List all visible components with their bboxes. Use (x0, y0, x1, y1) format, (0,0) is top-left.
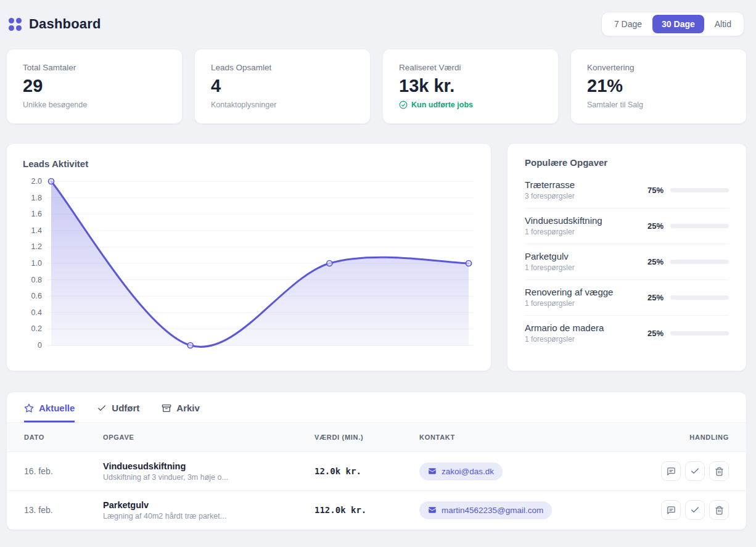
stat-card: Konvertering 21% Samtaler til Salg (570, 49, 747, 124)
popular-task-count: 1 forespørgsler (525, 335, 604, 343)
table-row: 16. feb. Vinduesudskiftning Udskiftning … (7, 452, 746, 491)
column-header: VÆRDI (MIN.) (314, 434, 419, 441)
contact-email-text: martin4562235@gmail.com (442, 506, 543, 515)
check-icon (97, 403, 107, 413)
popular-task-info: Parketgulv 1 forespørgsler (525, 251, 575, 272)
trash-icon (715, 467, 724, 476)
svg-text:0: 0 (38, 341, 42, 350)
stat-label: Leads Opsamlet (211, 63, 354, 72)
popular-task-stats: 75% (644, 186, 729, 195)
complete-button[interactable] (685, 461, 705, 481)
comment-button[interactable] (661, 461, 681, 481)
svg-text:0.2: 0.2 (31, 324, 42, 333)
stat-value: 4 (211, 76, 354, 96)
tab-arkiv[interactable]: Arkiv (162, 403, 200, 422)
row-value: 12.0k kr. (314, 466, 419, 476)
envelope-icon (428, 467, 437, 475)
complete-button[interactable] (685, 500, 705, 520)
stat-card: Realiseret Værdi 13k kr. Kun udførte job… (382, 49, 559, 124)
stat-sub: Kontaktoplysninger (211, 101, 354, 109)
svg-text:2.0: 2.0 (31, 177, 42, 186)
popular-task-percent: 25% (644, 221, 664, 231)
svg-text:1.2: 1.2 (31, 242, 42, 251)
row-task: Vinduesudskiftning Udskiftning af 3 vind… (103, 461, 314, 482)
stat-sub-text: Unikke besøgende (23, 101, 87, 109)
trash-icon (715, 506, 724, 515)
popular-task-stats: 25% (644, 293, 729, 302)
row-task-name: Vinduesudskiftning (103, 461, 314, 471)
contact-email-pill[interactable]: martin4562235@gmail.com (419, 501, 552, 519)
stat-label: Realiseret Værdi (399, 63, 542, 72)
row-date: 13. feb. (24, 505, 103, 515)
progress-bar (670, 260, 729, 264)
popular-tasks-title: Populære Opgaver (525, 157, 729, 168)
stat-sub-text: Kun udførte jobs (411, 101, 473, 109)
popular-task-percent: 25% (644, 293, 664, 302)
stats-row: Total Samtaler 29 Unikke besøgende Leads… (6, 49, 747, 124)
delete-button[interactable] (709, 461, 729, 481)
stat-card: Leads Opsamlet 4 Kontaktoplysninger (194, 49, 371, 124)
stat-sub: Unikke besøgende (23, 101, 166, 109)
popular-task-info: Renovering af vægge 1 forespørgsler (525, 287, 613, 308)
column-header: DATO (24, 434, 103, 441)
svg-text:0.8: 0.8 (31, 276, 42, 284)
tab-udført[interactable]: Udført (97, 403, 139, 422)
popular-task-count: 1 forespørgsler (525, 299, 613, 308)
popular-task-count: 3 forespørgsler (525, 192, 575, 200)
column-header: KONTAKT (419, 434, 647, 441)
tab-label: Aktuelle (39, 403, 75, 413)
main-row: Leads Aktivitet 2.01.81.61.41.21.00.80.6… (6, 143, 747, 371)
range-button-30-dage[interactable]: 30 Dage (652, 15, 704, 33)
popular-task-info: Armario de madera 1 forespørgsler (525, 323, 604, 343)
popular-task-percent: 25% (644, 329, 664, 338)
popular-task-name: Renovering af vægge (525, 287, 613, 297)
leads-activity-card: Leads Aktivitet 2.01.81.61.41.21.00.80.6… (6, 143, 491, 371)
row-task-desc: Udskiftning af 3 vinduer, 3m høje o... (103, 473, 314, 482)
table-body: 16. feb. Vinduesudskiftning Udskiftning … (7, 452, 746, 530)
comment-icon (667, 467, 676, 476)
popular-task-percent: 75% (644, 186, 664, 195)
time-range-selector: 7 Dage30 DageAltid (601, 12, 744, 36)
popular-task-percent: 25% (644, 257, 664, 266)
stat-sub: Samtaler til Salg (587, 101, 730, 109)
range-button-7-dage[interactable]: 7 Dage (605, 15, 651, 33)
row-actions (647, 500, 729, 520)
delete-button[interactable] (709, 500, 729, 520)
popular-task-name: Vinduesudskiftning (525, 215, 602, 226)
popular-task-info: Vinduesudskiftning 1 forespørgsler (525, 215, 602, 236)
row-task: Parketgulv Lægning af 40m2 hårdt træ par… (103, 500, 314, 520)
popular-task-name: Armario de madera (525, 323, 604, 333)
popular-task-count: 1 forespørgsler (525, 263, 575, 272)
envelope-icon (428, 506, 437, 514)
progress-bar (670, 224, 729, 228)
stat-sub-text: Samtaler til Salg (587, 101, 643, 109)
popular-task-count: 1 forespørgsler (525, 228, 602, 236)
contact-email-pill[interactable]: zakoi@das.dk (419, 463, 503, 480)
stat-value: 29 (23, 76, 166, 96)
progress-bar (670, 331, 729, 335)
column-header: HANDLING (647, 434, 729, 441)
svg-text:0.6: 0.6 (31, 292, 42, 300)
popular-task-stats: 25% (644, 257, 729, 266)
stat-label: Total Samtaler (23, 63, 166, 72)
popular-task-item: Renovering af vægge 1 forespørgsler 25% (525, 280, 729, 316)
comment-button[interactable] (661, 500, 681, 520)
range-button-altid[interactable]: Altid (705, 15, 741, 33)
tab-aktuelle[interactable]: Aktuelle (24, 403, 75, 422)
page-title: Dashboard (29, 16, 101, 32)
stat-label: Konvertering (587, 63, 730, 72)
star-icon (24, 403, 34, 413)
stat-value: 21% (587, 76, 730, 96)
table-header: DATOOPGAVEVÆRDI (MIN.)KONTAKTHANDLING (7, 422, 746, 452)
row-date: 16. feb. (24, 466, 103, 476)
row-contact: zakoi@das.dk (419, 463, 647, 480)
popular-task-item: Træterrasse 3 forespørgsler 75% (525, 173, 729, 208)
svg-text:0.4: 0.4 (31, 308, 42, 317)
stat-sub: Kun udførte jobs (399, 101, 542, 109)
check-circle-icon (399, 101, 408, 109)
column-header: OPGAVE (103, 434, 314, 441)
popular-task-name: Træterrasse (525, 179, 575, 190)
row-actions (647, 461, 729, 481)
progress-bar (670, 295, 729, 300)
check-icon (690, 505, 700, 515)
